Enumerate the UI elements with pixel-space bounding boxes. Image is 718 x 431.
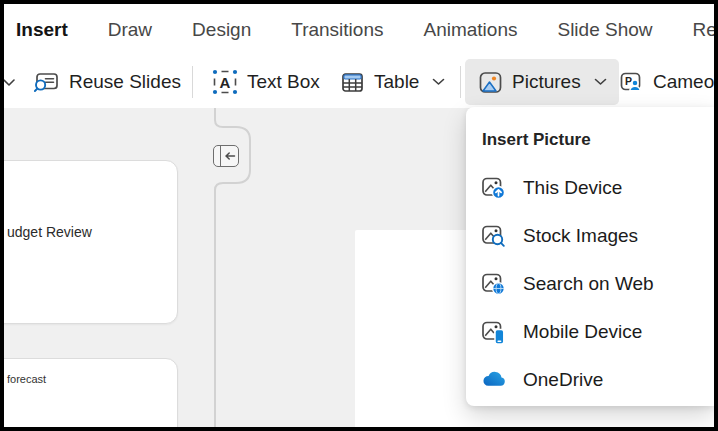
overflow-chevron-button[interactable] <box>2 56 16 108</box>
cameo-button[interactable]: P Cameo <box>618 56 714 108</box>
menu-item-label: Stock Images <box>523 225 638 247</box>
text-box-icon: A <box>212 69 238 95</box>
cameo-label: Cameo <box>653 71 714 93</box>
menu-item-stock-images[interactable]: Stock Images <box>479 212 709 260</box>
reuse-slides-label: Reuse Slides <box>69 71 181 93</box>
tab-draw[interactable]: Draw <box>108 19 152 41</box>
left-arrow-icon <box>221 146 238 166</box>
slide-thumbnail-1[interactable]: udget Review <box>0 160 178 324</box>
tab-slide-show[interactable]: Slide Show <box>557 19 652 41</box>
text-box-label: Text Box <box>247 71 320 93</box>
powerpoint-window: Insert Draw Design Transitions Animation… <box>0 0 718 431</box>
collapse-pane-button[interactable] <box>213 145 239 167</box>
picture-upload-icon <box>481 175 507 201</box>
picture-globe-icon <box>481 271 507 297</box>
tab-review[interactable]: Re <box>693 19 717 41</box>
menu-item-label: This Device <box>523 177 622 199</box>
tab-transitions[interactable]: Transitions <box>291 19 383 41</box>
ribbon-toolbar: Reuse Slides A Text Box <box>4 56 714 108</box>
toolbar-separator <box>192 66 193 98</box>
cameo-icon: P <box>618 69 644 95</box>
menu-item-this-device[interactable]: This Device <box>479 164 709 212</box>
tab-animations[interactable]: Animations <box>423 19 517 41</box>
pictures-icon <box>478 70 503 95</box>
ribbon-tab-bar: Insert Draw Design Transitions Animation… <box>4 4 714 56</box>
menu-item-label: OneDrive <box>523 369 603 391</box>
tab-insert[interactable]: Insert <box>16 19 68 41</box>
insert-picture-menu: Insert Picture This Device <box>466 107 714 406</box>
svg-text:A: A <box>220 74 231 91</box>
svg-text:P: P <box>625 75 632 87</box>
tab-design[interactable]: Design <box>192 19 251 41</box>
menu-item-search-on-web[interactable]: Search on Web <box>479 260 709 308</box>
table-button[interactable]: Table <box>340 56 445 108</box>
menu-item-label: Mobile Device <box>523 321 642 343</box>
picture-search-icon <box>481 223 507 249</box>
pictures-button[interactable]: Pictures <box>465 59 619 105</box>
pictures-label: Pictures <box>512 71 581 93</box>
picture-phone-icon <box>481 319 507 345</box>
chevron-down-icon <box>594 78 607 86</box>
reuse-slides-icon <box>33 69 60 96</box>
table-label: Table <box>374 71 419 93</box>
reuse-slides-button[interactable]: Reuse Slides <box>33 56 181 108</box>
thumbnail-title-text: udget Review <box>7 224 92 240</box>
chevron-down-icon <box>432 78 445 86</box>
text-box-button[interactable]: A Text Box <box>212 56 320 108</box>
onedrive-cloud-icon <box>481 367 507 393</box>
menu-title: Insert Picture <box>482 130 591 150</box>
pane-edge-glyph <box>214 146 221 166</box>
menu-item-label: Search on Web <box>523 273 654 295</box>
toolbar-separator <box>460 66 461 98</box>
thumbnail-title-text: forecast <box>7 373 46 385</box>
menu-item-onedrive[interactable]: OneDrive <box>479 356 709 404</box>
table-icon <box>340 70 365 95</box>
menu-item-mobile-device[interactable]: Mobile Device <box>479 308 709 356</box>
chevron-down-icon <box>2 78 16 87</box>
slide-thumbnail-2[interactable]: forecast <box>0 358 178 431</box>
